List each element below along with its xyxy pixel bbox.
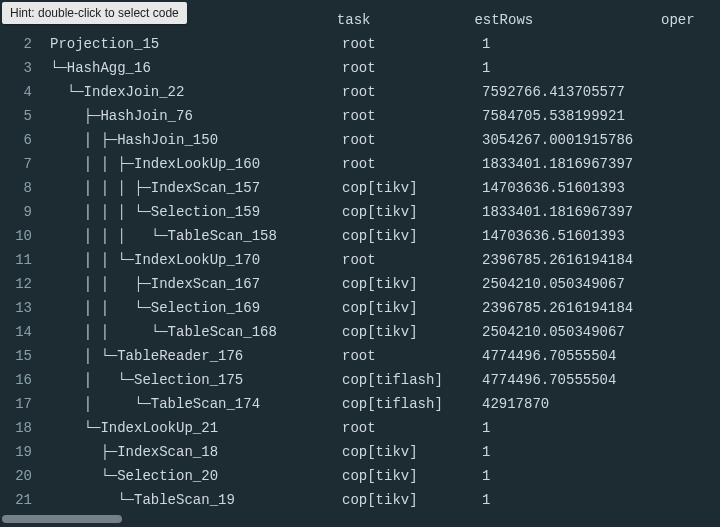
plan-estrows: 14703636.51601393 xyxy=(482,224,672,248)
line-number: 4 xyxy=(0,80,42,104)
line-number: 21 xyxy=(0,488,42,512)
plan-task: cop[tikv] xyxy=(342,440,482,464)
plan-task: cop[tikv] xyxy=(342,296,482,320)
plan-row[interactable]: │ │ ├─IndexScan_167cop[tikv]2504210.0503… xyxy=(42,272,720,296)
plan-task: cop[tikv] xyxy=(342,272,482,296)
plan-estrows: 7584705.538199921 xyxy=(482,104,672,128)
horizontal-scrollbar[interactable] xyxy=(0,515,720,525)
plan-task: root xyxy=(342,128,482,152)
line-number: 3 xyxy=(0,56,42,80)
plan-operator-id: │ │ └─TableScan_168 xyxy=(42,320,342,344)
plan-estrows: 2396785.2616194184 xyxy=(482,248,672,272)
plan-operator-id: │ └─TableScan_174 xyxy=(42,392,342,416)
plan-row[interactable]: Projection_15root1 xyxy=(42,32,720,56)
plan-row[interactable]: └─IndexLookUp_21root1 xyxy=(42,416,720,440)
plan-estrows: 4774496.70555504 xyxy=(482,368,672,392)
plan-row[interactable]: │ │ │ └─Selection_159cop[tikv]1833401.18… xyxy=(42,200,720,224)
code-area[interactable]: task estRows oper Projection_15root1└─Ha… xyxy=(42,0,720,527)
line-number: 7 xyxy=(0,152,42,176)
plan-operator-id: │ │ │ └─Selection_159 xyxy=(42,200,342,224)
plan-estrows: 3054267.0001915786 xyxy=(482,128,672,152)
line-number: 14 xyxy=(0,320,42,344)
plan-operator-id: │ └─Selection_175 xyxy=(42,368,342,392)
plan-task: cop[tikv] xyxy=(342,224,482,248)
plan-estrows: 1833401.1816967397 xyxy=(482,152,672,176)
plan-operator-id: Projection_15 xyxy=(42,32,342,56)
plan-row[interactable]: │ │ └─TableScan_168cop[tikv]2504210.0503… xyxy=(42,320,720,344)
plan-operator-id: ├─IndexScan_18 xyxy=(42,440,342,464)
line-number: 19 xyxy=(0,440,42,464)
plan-estrows: 1 xyxy=(482,416,672,440)
plan-task: root xyxy=(342,248,482,272)
code-editor: Hint: double-click to select code 234567… xyxy=(0,0,720,527)
plan-operator-id: │ │ └─Selection_169 xyxy=(42,296,342,320)
plan-operator-id: └─IndexLookUp_21 xyxy=(42,416,342,440)
line-number: 16 xyxy=(0,368,42,392)
line-number: 8 xyxy=(0,176,42,200)
col-header-operator: oper xyxy=(661,8,720,32)
plan-estrows: 7592766.413705577 xyxy=(482,80,672,104)
plan-estrows: 1 xyxy=(482,32,672,56)
plan-estrows: 2504210.050349067 xyxy=(482,320,672,344)
line-number: 15 xyxy=(0,344,42,368)
plan-row[interactable]: │ └─TableReader_176root4774496.70555504 xyxy=(42,344,720,368)
line-number: 20 xyxy=(0,464,42,488)
plan-task: root xyxy=(342,344,482,368)
line-number: 12 xyxy=(0,272,42,296)
plan-row[interactable]: └─IndexJoin_22root7592766.413705577 xyxy=(42,80,720,104)
line-number-gutter: 23456789101112131415161718192021 xyxy=(0,0,42,527)
plan-estrows: 14703636.51601393 xyxy=(482,176,672,200)
plan-task: root xyxy=(342,104,482,128)
plan-estrows: 1833401.1816967397 xyxy=(482,200,672,224)
plan-task: root xyxy=(342,32,482,56)
plan-row[interactable]: │ │ │ ├─IndexScan_157cop[tikv]14703636.5… xyxy=(42,176,720,200)
plan-row[interactable]: │ │ ├─IndexLookUp_160root1833401.1816967… xyxy=(42,152,720,176)
code-rows: Projection_15root1└─HashAgg_16root1 └─In… xyxy=(42,32,720,512)
line-number: 9 xyxy=(0,200,42,224)
plan-estrows: 1 xyxy=(482,56,672,80)
plan-estrows: 2504210.050349067 xyxy=(482,272,672,296)
plan-operator-id: │ │ │ └─TableScan_158 xyxy=(42,224,342,248)
plan-row[interactable]: ├─IndexScan_18cop[tikv]1 xyxy=(42,440,720,464)
plan-estrows: 1 xyxy=(482,488,672,512)
plan-row[interactable]: └─Selection_20cop[tikv]1 xyxy=(42,464,720,488)
line-number: 2 xyxy=(0,32,42,56)
plan-row[interactable]: ├─HashJoin_76root7584705.538199921 xyxy=(42,104,720,128)
line-number: 11 xyxy=(0,248,42,272)
line-number: 10 xyxy=(0,224,42,248)
plan-estrows: 1 xyxy=(482,464,672,488)
plan-task: cop[tikv] xyxy=(342,488,482,512)
plan-task: root xyxy=(342,416,482,440)
line-number: 13 xyxy=(0,296,42,320)
plan-estrows: 1 xyxy=(482,440,672,464)
plan-operator-id: │ ├─HashJoin_150 xyxy=(42,128,342,152)
plan-row[interactable]: │ └─Selection_175cop[tiflash]4774496.705… xyxy=(42,368,720,392)
plan-row[interactable]: └─TableScan_19cop[tikv]1 xyxy=(42,488,720,512)
plan-task: cop[tiflash] xyxy=(342,392,482,416)
col-header-task: task xyxy=(337,8,475,32)
line-number: 6 xyxy=(0,128,42,152)
plan-estrows: 4774496.70555504 xyxy=(482,344,672,368)
scrollbar-thumb[interactable] xyxy=(2,515,122,523)
plan-operator-id: └─Selection_20 xyxy=(42,464,342,488)
plan-operator-id: │ │ └─IndexLookUp_170 xyxy=(42,248,342,272)
plan-row[interactable]: │ │ └─Selection_169cop[tikv]2396785.2616… xyxy=(42,296,720,320)
plan-task: cop[tiflash] xyxy=(342,368,482,392)
plan-row[interactable]: │ │ │ └─TableScan_158cop[tikv]14703636.5… xyxy=(42,224,720,248)
plan-task: root xyxy=(342,56,482,80)
plan-row[interactable]: └─HashAgg_16root1 xyxy=(42,56,720,80)
hint-tooltip: Hint: double-click to select code xyxy=(2,2,187,24)
col-header-estrows: estRows xyxy=(474,8,661,32)
plan-operator-id: │ │ ├─IndexScan_167 xyxy=(42,272,342,296)
hint-text: Hint: double-click to select code xyxy=(10,6,179,20)
plan-operator-id: │ │ │ ├─IndexScan_157 xyxy=(42,176,342,200)
plan-operator-id: │ └─TableReader_176 xyxy=(42,344,342,368)
plan-estrows: 42917870 xyxy=(482,392,672,416)
plan-task: cop[tikv] xyxy=(342,176,482,200)
plan-row[interactable]: │ └─TableScan_174cop[tiflash]42917870 xyxy=(42,392,720,416)
plan-row[interactable]: │ │ └─IndexLookUp_170root2396785.2616194… xyxy=(42,248,720,272)
plan-task: root xyxy=(342,80,482,104)
plan-task: cop[tikv] xyxy=(342,320,482,344)
plan-operator-id: └─TableScan_19 xyxy=(42,488,342,512)
plan-row[interactable]: │ ├─HashJoin_150root3054267.0001915786 xyxy=(42,128,720,152)
